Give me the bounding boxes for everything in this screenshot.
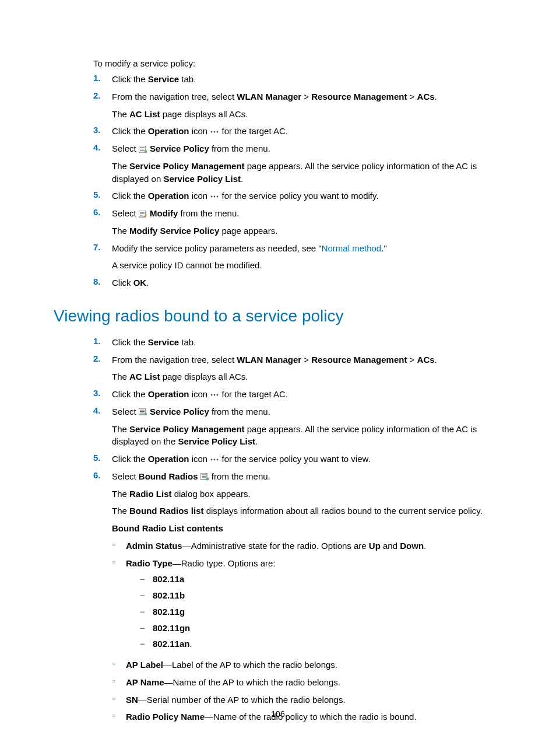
body-text: for the service policy you want to modif… (219, 191, 378, 201)
numbered-step: 5.Click the Operation icon for the servi… (93, 190, 502, 202)
dash-body: 802.11a (153, 573, 502, 586)
body-text: > (407, 92, 417, 102)
dash-body: 802.11g (153, 606, 502, 618)
step-body: Click the Operation icon for the target … (112, 388, 502, 401)
bold-text: Resource Management (311, 355, 407, 365)
body-text: from the menu. (178, 208, 239, 218)
bold-text: Service Policy List (178, 436, 255, 446)
dash-item: −802.11gn (140, 622, 502, 635)
bold-text: ACs (417, 355, 435, 365)
step-body: Modify the service policy parameters as … (112, 242, 502, 272)
inline-link[interactable]: Normal method (322, 243, 382, 253)
body-text: A service policy ID cannot be modified. (112, 260, 262, 270)
bold-text: AC List (129, 109, 160, 119)
svg-point-1 (214, 131, 216, 133)
ellipsis-icon (210, 457, 219, 463)
body-text: tab. (179, 74, 196, 84)
bold-text: Modify (150, 208, 178, 218)
circle-bullet-icon: ○ (112, 557, 126, 654)
body-text: Click (112, 278, 133, 288)
circle-bullet-icon: ○ (112, 659, 126, 671)
step-body: From the navigation tree, select WLAN Ma… (112, 90, 502, 121)
bold-text: Operation (148, 191, 189, 201)
dash-item: −802.11a (140, 573, 502, 586)
bold-text: AP Name (126, 677, 164, 687)
step-number: 7. (93, 242, 112, 272)
bound-radios-icon (200, 473, 209, 481)
step-line: Click OK. (112, 276, 502, 289)
svg-point-25 (217, 459, 219, 461)
svg-point-23 (211, 459, 213, 461)
dash-bullet-icon: − (140, 606, 153, 618)
section-a-intro: To modify a service policy: (93, 58, 502, 68)
bold-text: Radio List (129, 489, 172, 499)
step-number: 1. (93, 73, 112, 86)
circle-bullet-icon: ○ (112, 540, 126, 552)
step-body: Click the Service tab. (112, 73, 502, 86)
bold-text: 802.11b (153, 590, 185, 600)
step-number: 6. (93, 470, 112, 728)
dash-bullet-icon: − (140, 622, 153, 635)
bold-text: Service Policy Management (129, 424, 245, 434)
body-text: —Radio type. Options are: (173, 558, 276, 568)
numbered-step: 5.Click the Operation icon for the servi… (93, 453, 502, 466)
body-text: The (112, 372, 129, 382)
numbered-step: 7.Modify the service policy parameters a… (93, 242, 502, 272)
body-text: Click the (112, 337, 148, 347)
bullet-item: ○SN—Serial number of the AP to which the… (112, 694, 502, 706)
step-line: Bound Radio List contents (112, 522, 502, 535)
body-text: and (381, 541, 400, 551)
dash-item: −802.11b (140, 589, 502, 602)
body-text: page displays all ACs. (160, 372, 248, 382)
bold-text: Service Policy List (163, 174, 241, 184)
section-b-heading: Viewing radios bound to a service policy (54, 307, 502, 326)
body-text: . (435, 92, 437, 102)
body-text: displays information about all radios bo… (204, 506, 483, 516)
step-line: The Bound Radios list displays informati… (112, 505, 502, 517)
body-text: The (112, 424, 129, 434)
body-text: icon (189, 454, 210, 464)
dash-body: 802.11gn (153, 622, 502, 635)
step-line: The Radio List dialog box appears. (112, 488, 502, 501)
numbered-step: 6.Select Bound Radios from the menu.The … (93, 470, 502, 728)
step-body: From the navigation tree, select WLAN Ma… (112, 354, 502, 384)
bold-text: Service Policy (150, 407, 209, 416)
body-text: Click the (112, 454, 148, 464)
body-text: —Administrative state for the radio. Opt… (182, 541, 369, 551)
svg-point-2 (217, 131, 219, 133)
body-text: From the navigation tree, select (112, 355, 237, 365)
dash-item: −802.11an. (140, 638, 502, 650)
body-text: Select (112, 144, 139, 153)
step-line: Click the Operation icon for the target … (112, 388, 502, 401)
body-text: from the menu. (209, 407, 270, 416)
body-text: Click the (112, 389, 148, 399)
circle-bullet-icon: ○ (112, 694, 126, 706)
body-text: Click the (112, 126, 148, 136)
step-body: Select Bound Radios from the menu.The Ra… (112, 470, 502, 728)
body-text: > (301, 355, 311, 365)
step-line: Select Service Policy from the menu. (112, 405, 502, 418)
step-number: 3. (93, 125, 112, 138)
numbered-step: 4.Select Service Policy from the menu.Th… (93, 405, 502, 448)
step-line: Modify the service policy parameters as … (112, 242, 502, 255)
svg-point-0 (211, 131, 213, 133)
body-text: dialog box appears. (172, 489, 251, 499)
step-number: 3. (93, 388, 112, 401)
bold-text: Bound Radios list (129, 506, 204, 516)
bullet-body: Admin Status—Administrative state for th… (126, 540, 502, 552)
body-text: Click the (112, 74, 148, 84)
bold-text: Resource Management (311, 92, 407, 102)
step-number: 4. (93, 142, 112, 185)
step-line: The Modify Service Policy page appears. (112, 225, 502, 237)
ellipsis-icon (210, 392, 219, 398)
step-line: Click the Service tab. (112, 336, 502, 349)
bold-text: AP Label (126, 660, 163, 670)
dash-body: 802.11b (153, 589, 502, 602)
bold-text: SN (126, 695, 138, 705)
section-b-steps: 1.Click the Service tab.2.From the navig… (93, 336, 502, 728)
ellipsis-icon (210, 129, 219, 135)
step-line: Click the Operation icon for the service… (112, 190, 502, 202)
bold-text: Service Policy Management (129, 161, 245, 171)
bold-text: Bound Radio List contents (112, 523, 223, 533)
body-text: . (435, 355, 437, 365)
